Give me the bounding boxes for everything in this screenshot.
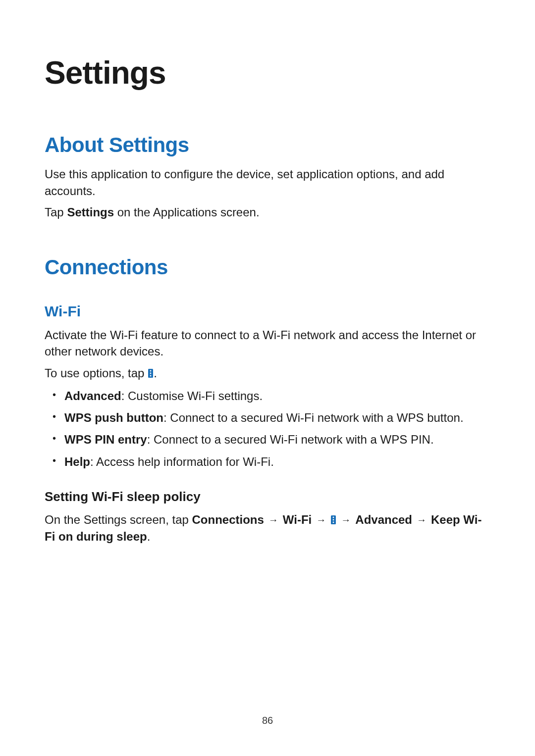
bullet-bold: Help <box>64 455 90 468</box>
sleep-path-keep-b: during sleep <box>76 530 147 543</box>
list-item: WPS push button: Connect to a secured Wi… <box>64 408 490 427</box>
more-options-icon <box>330 515 336 525</box>
bullet-bold: WPS push button <box>64 411 163 424</box>
svg-point-5 <box>333 517 334 518</box>
sleep-path-wifi: Wi-Fi <box>283 513 312 526</box>
about-tap-suffix: on the Applications screen. <box>114 205 260 219</box>
wifi-options-line: To use options, tap . <box>45 365 490 382</box>
bullet-bold: WPS PIN entry <box>64 433 147 446</box>
wifi-heading: Wi-Fi <box>45 303 490 320</box>
about-intro: Use this application to configure the de… <box>45 166 490 199</box>
more-options-icon <box>148 368 154 378</box>
list-item: Help: Access help information for Wi-Fi. <box>64 453 490 471</box>
sleep-suffix: . <box>147 530 151 543</box>
page-content: Settings About Settings Use this applica… <box>0 0 535 545</box>
bullet-rest: : Connect to a secured Wi-Fi network wit… <box>147 433 434 446</box>
list-item: WPS PIN entry: Connect to a secured Wi-F… <box>64 430 490 449</box>
about-tap-line: Tap Settings on the Applications screen. <box>45 204 490 221</box>
wifi-options-prefix: To use options, tap <box>45 366 148 380</box>
bullet-rest: : Connect to a secured Wi-Fi network wit… <box>163 411 464 424</box>
svg-point-1 <box>150 370 152 372</box>
page-number: 86 <box>0 715 535 726</box>
chapter-title: Settings <box>45 54 490 91</box>
about-tap-bold: Settings <box>67 205 114 219</box>
bullet-rest: : Access help information for Wi-Fi. <box>90 455 274 468</box>
svg-point-2 <box>150 373 152 374</box>
sleep-path-connections: Connections <box>192 513 264 526</box>
wifi-sleep-path: On the Settings screen, tap Connections→… <box>45 511 490 545</box>
arrow-icon: → <box>336 513 355 527</box>
svg-point-6 <box>333 519 334 521</box>
svg-point-7 <box>333 522 334 523</box>
arrow-icon: → <box>312 513 330 527</box>
section-connections-heading: Connections <box>45 255 490 279</box>
bullet-rest: : Customise Wi-Fi settings. <box>121 389 263 403</box>
wifi-bullet-list: Advanced: Customise Wi-Fi settings. WPS … <box>45 387 490 472</box>
arrow-icon: → <box>412 513 431 527</box>
list-item: Advanced: Customise Wi-Fi settings. <box>64 387 490 405</box>
svg-point-3 <box>150 375 152 377</box>
section-about-heading: About Settings <box>45 133 490 157</box>
sleep-prefix: On the Settings screen, tap <box>45 513 192 526</box>
wifi-intro: Activate the Wi-Fi feature to connect to… <box>45 327 490 360</box>
bullet-bold: Advanced <box>64 389 121 403</box>
about-tap-prefix: Tap <box>45 205 67 219</box>
wifi-options-suffix: . <box>154 366 157 380</box>
sleep-path-advanced: Advanced <box>355 513 412 526</box>
wifi-sleep-heading: Setting Wi-Fi sleep policy <box>45 489 490 504</box>
arrow-icon: → <box>264 513 283 527</box>
